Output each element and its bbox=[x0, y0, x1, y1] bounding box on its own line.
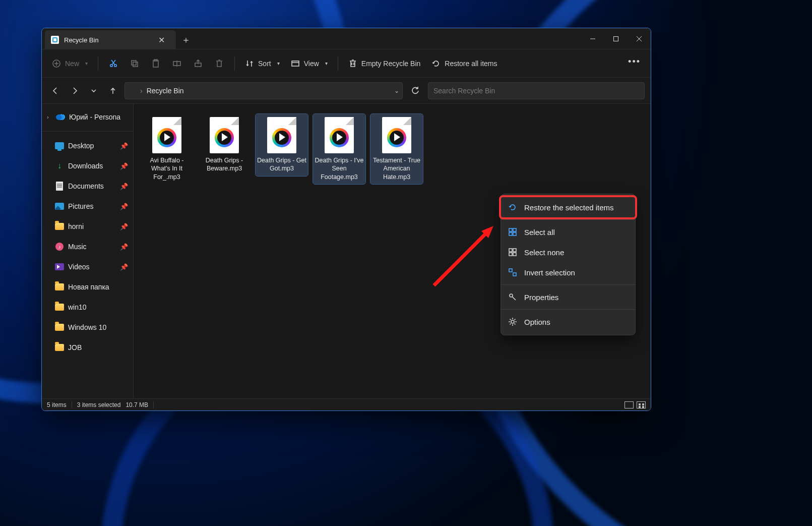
svg-point-7 bbox=[110, 64, 113, 67]
file-thumbnail bbox=[152, 117, 181, 153]
copy-icon bbox=[130, 59, 139, 68]
navbar: › Recycle Bin ⌄ bbox=[42, 78, 651, 104]
tree-music[interactable]: ♪ Music 📌 bbox=[42, 237, 133, 257]
empty-recycle-bin-button[interactable]: Empty Recycle Bin bbox=[344, 54, 424, 73]
maximize-button[interactable] bbox=[604, 28, 628, 49]
tree-label: Videos bbox=[68, 263, 90, 271]
restore-icon bbox=[431, 59, 441, 68]
back-button[interactable] bbox=[48, 83, 63, 98]
address-bar[interactable]: › Recycle Bin ⌄ bbox=[124, 82, 403, 99]
folder-icon bbox=[55, 303, 64, 312]
menu-label: Select all bbox=[524, 228, 555, 237]
tree-horni[interactable]: horni 📌 bbox=[42, 216, 133, 237]
tree-folder-win10[interactable]: win10 bbox=[42, 297, 133, 317]
file-item[interactable]: Death Grips - Beware.mp3 bbox=[198, 114, 251, 176]
file-thumbnail bbox=[382, 117, 411, 153]
more-button[interactable]: ••• bbox=[624, 54, 645, 73]
chevron-down-icon[interactable]: ⌄ bbox=[394, 87, 399, 94]
tree-pictures[interactable]: Pictures 📌 bbox=[42, 196, 133, 216]
pin-icon: 📌 bbox=[120, 142, 128, 150]
tree-onedrive[interactable]: › Юрий - Persona bbox=[42, 107, 133, 127]
pin-icon: 📌 bbox=[120, 162, 128, 170]
details-view-icon[interactable] bbox=[624, 401, 634, 408]
file-name: Death Grips - Beware.mp3 bbox=[199, 156, 249, 173]
refresh-button[interactable] bbox=[407, 82, 424, 99]
menu-label: Restore the selected items bbox=[524, 203, 614, 212]
search-box[interactable] bbox=[428, 82, 645, 99]
menu-select-none[interactable]: Select none bbox=[501, 242, 635, 262]
tree-desktop[interactable]: Desktop 📌 bbox=[42, 136, 133, 156]
menu-label: Invert selection bbox=[524, 268, 575, 277]
status-bar: 5 items 3 items selected 10.7 MB bbox=[42, 398, 651, 411]
overflow-menu: Restore the selected items Select all Se… bbox=[501, 194, 636, 335]
menu-invert-selection[interactable]: Invert selection bbox=[501, 262, 635, 282]
new-tab-button[interactable]: ＋ bbox=[176, 30, 196, 49]
view-icon bbox=[291, 59, 300, 68]
svg-rect-21 bbox=[513, 228, 516, 231]
svg-rect-12 bbox=[133, 62, 138, 67]
file-item[interactable]: Avi Buffalo - What's In It For_.mp3 bbox=[141, 114, 193, 184]
new-label: New bbox=[65, 60, 79, 68]
desktop-icon bbox=[55, 141, 64, 150]
view-button[interactable]: View bbox=[287, 54, 332, 73]
pin-icon: 📌 bbox=[120, 223, 128, 230]
svg-rect-13 bbox=[153, 61, 158, 67]
properties-icon bbox=[508, 293, 517, 302]
svg-rect-20 bbox=[509, 228, 512, 231]
close-tab-icon[interactable]: ✕ bbox=[155, 35, 168, 45]
search-input[interactable] bbox=[433, 87, 639, 95]
menu-properties[interactable]: Properties bbox=[501, 287, 635, 307]
svg-rect-23 bbox=[513, 232, 516, 236]
restore-all-button[interactable]: Restore all items bbox=[427, 54, 501, 73]
recent-button[interactable] bbox=[86, 83, 101, 98]
file-name: Avi Buffalo - What's In It For_.mp3 bbox=[142, 156, 192, 181]
rename-button[interactable] bbox=[168, 54, 186, 73]
sort-button[interactable]: Sort bbox=[241, 54, 284, 73]
share-button[interactable] bbox=[189, 54, 207, 73]
file-item[interactable]: Testament - True American Hate.mp3 bbox=[370, 114, 423, 184]
svg-rect-1 bbox=[614, 37, 618, 41]
tree-downloads[interactable]: ↓ Downloads 📌 bbox=[42, 156, 133, 176]
copy-button[interactable] bbox=[126, 54, 144, 73]
plus-circle-icon bbox=[52, 59, 61, 68]
close-window-button[interactable] bbox=[628, 28, 651, 49]
menu-select-all[interactable]: Select all bbox=[501, 222, 635, 242]
menu-options[interactable]: Options bbox=[501, 312, 635, 332]
share-icon bbox=[194, 59, 203, 68]
paste-icon bbox=[151, 59, 160, 68]
svg-rect-25 bbox=[513, 249, 516, 252]
tree-label: JOB bbox=[68, 343, 82, 352]
empty-label: Empty Recycle Bin bbox=[361, 60, 420, 68]
new-button[interactable]: New bbox=[48, 54, 92, 73]
pin-icon: 📌 bbox=[120, 263, 128, 271]
tab-recycle-bin[interactable]: Recycle Bin ✕ bbox=[45, 30, 176, 49]
sort-icon bbox=[245, 59, 254, 68]
tree-folder-windows10[interactable]: Windows 10 bbox=[42, 317, 133, 337]
svg-rect-24 bbox=[509, 249, 512, 252]
select-none-icon bbox=[508, 248, 517, 257]
delete-button[interactable] bbox=[210, 54, 228, 73]
file-item[interactable]: Death Grips - I've Seen Footage.mp3 bbox=[313, 114, 365, 184]
trash-icon bbox=[215, 59, 224, 68]
tree-label: Music bbox=[68, 243, 87, 251]
thumbnails-view-icon[interactable] bbox=[637, 401, 646, 408]
rename-icon bbox=[172, 59, 181, 68]
file-item[interactable]: Death Grips - Get Got.mp3 bbox=[256, 114, 308, 176]
restore-all-label: Restore all items bbox=[445, 60, 497, 68]
view-label: View bbox=[304, 60, 319, 68]
menu-restore-selected[interactable]: Restore the selected items bbox=[501, 197, 635, 217]
forward-button[interactable] bbox=[67, 83, 82, 98]
tree-folder-job[interactable]: JOB bbox=[42, 337, 133, 358]
tree-documents[interactable]: Documents 📌 bbox=[42, 176, 133, 196]
paste-button[interactable] bbox=[147, 54, 165, 73]
pin-icon: 📌 bbox=[120, 203, 128, 210]
chevron-right-icon: › bbox=[47, 114, 52, 120]
music-icon: ♪ bbox=[55, 242, 64, 251]
breadcrumb-location[interactable]: Recycle Bin bbox=[147, 87, 184, 95]
cut-button[interactable] bbox=[104, 54, 122, 73]
tree-videos[interactable]: Videos 📌 bbox=[42, 257, 133, 277]
minimize-button[interactable] bbox=[581, 28, 604, 49]
up-button[interactable] bbox=[105, 83, 120, 98]
file-thumbnail bbox=[325, 117, 354, 153]
tree-folder-novaya[interactable]: Новая папка bbox=[42, 277, 133, 297]
